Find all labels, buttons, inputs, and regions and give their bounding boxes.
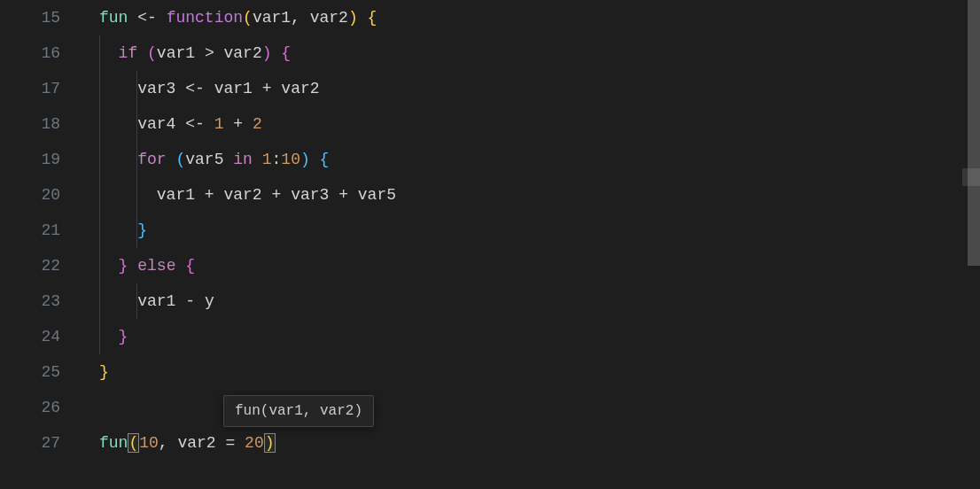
identifier: var4 xyxy=(137,115,175,133)
brace-close: } xyxy=(99,363,109,381)
paren-close: ) xyxy=(264,433,276,453)
paren-open: ( xyxy=(128,433,139,453)
comma: , xyxy=(159,434,168,452)
brace-open: { xyxy=(281,44,291,62)
brace-close: } xyxy=(137,221,147,239)
paren-close: ) xyxy=(262,44,272,62)
viewport-indicator[interactable] xyxy=(962,168,980,186)
code-line[interactable]: var1 - y xyxy=(99,283,980,319)
operator-assign: <- xyxy=(185,115,205,133)
line-number: 17 xyxy=(0,71,60,106)
code-line[interactable]: if (var1 > var2) { xyxy=(99,35,980,71)
keyword-for: for xyxy=(137,151,166,168)
operator-plus: + xyxy=(272,186,282,204)
number-literal: 10 xyxy=(139,434,159,452)
code-line[interactable]: var1 + var2 + var3 + var5 xyxy=(99,177,980,213)
identifier: var3 xyxy=(291,186,329,204)
scrollbar-thumb[interactable] xyxy=(968,0,980,266)
brace-open: { xyxy=(185,257,195,275)
number-literal: 2 xyxy=(253,115,262,133)
operator-gt: > xyxy=(205,44,214,62)
identifier: var2 xyxy=(223,186,261,204)
function-call: fun xyxy=(99,434,128,452)
identifier: var1 xyxy=(214,80,253,97)
operator-plus: + xyxy=(338,186,348,204)
code-line[interactable]: var4 <- 1 + 2 xyxy=(99,106,980,142)
paren-open: ( xyxy=(175,151,185,168)
identifier: var5 xyxy=(185,151,223,168)
code-area[interactable]: fun <- function(var1, var2) { if (var1 >… xyxy=(82,0,980,489)
parameter: var1 xyxy=(253,9,291,27)
operator-eq: = xyxy=(225,434,235,452)
line-number-gutter: 15 16 17 18 19 20 21 22 23 24 25 26 27 xyxy=(0,0,82,489)
operator-assign: <- xyxy=(137,9,157,27)
paren-close: ) xyxy=(348,9,358,27)
number-literal: 20 xyxy=(245,434,264,452)
line-number: 19 xyxy=(0,142,60,177)
identifier: var5 xyxy=(358,186,396,204)
code-line[interactable]: var3 <- var1 + var2 xyxy=(99,71,980,106)
comma: , xyxy=(291,9,300,27)
paren-close: ) xyxy=(300,151,310,168)
brace-close: } xyxy=(119,328,128,345)
number-literal: 1 xyxy=(214,115,224,133)
code-line[interactable]: fun(10, var2 = 20) xyxy=(99,425,980,461)
keyword-if: if xyxy=(119,44,138,62)
identifier: var2 xyxy=(224,44,262,62)
named-argument: var2 xyxy=(177,434,215,452)
number-literal: 10 xyxy=(281,151,300,168)
line-number: 22 xyxy=(0,248,60,283)
operator-assign: <- xyxy=(185,80,205,97)
keyword-in: in xyxy=(233,151,253,168)
brace-open: { xyxy=(320,151,330,168)
signature-help-text: fun(var1, var2) xyxy=(235,403,362,419)
code-line[interactable]: } else { xyxy=(99,248,980,283)
identifier: fun xyxy=(99,9,128,27)
signature-help-popup: fun(var1, var2) xyxy=(223,395,374,427)
keyword-function: function xyxy=(167,9,243,27)
line-number: 23 xyxy=(0,283,60,319)
identifier: var1 xyxy=(157,44,195,62)
identifier: var1 xyxy=(137,292,175,310)
paren-open: ( xyxy=(147,44,157,62)
identifier: var3 xyxy=(137,80,175,97)
line-number: 26 xyxy=(0,390,60,425)
operator-plus: + xyxy=(233,115,243,133)
line-number: 25 xyxy=(0,354,60,390)
line-number: 27 xyxy=(0,425,60,461)
paren-open: ( xyxy=(243,9,253,27)
line-number: 21 xyxy=(0,213,60,248)
line-number: 15 xyxy=(0,0,60,35)
identifier: var1 xyxy=(157,186,195,204)
identifier: y xyxy=(205,292,214,310)
brace-open: { xyxy=(368,9,377,27)
operator-plus: + xyxy=(262,80,272,97)
line-number: 20 xyxy=(0,177,60,213)
code-line[interactable]: } xyxy=(99,213,980,248)
code-line[interactable]: fun <- function(var1, var2) { xyxy=(99,0,980,35)
identifier: var2 xyxy=(281,80,319,97)
line-number: 24 xyxy=(0,319,60,354)
brace-close: } xyxy=(119,257,128,275)
code-line[interactable]: } xyxy=(99,354,980,390)
operator-minus: - xyxy=(185,292,195,310)
code-editor[interactable]: 15 16 17 18 19 20 21 22 23 24 25 26 27 f… xyxy=(0,0,980,489)
code-line[interactable]: } xyxy=(99,319,980,354)
parameter: var2 xyxy=(310,9,348,27)
code-line[interactable]: for (var5 in 1:10) { xyxy=(99,142,980,177)
operator-plus: + xyxy=(205,186,214,204)
vertical-scrollbar[interactable] xyxy=(968,0,980,489)
line-number: 18 xyxy=(0,106,60,142)
number-literal: 1 xyxy=(262,151,272,168)
keyword-else: else xyxy=(137,257,175,275)
line-number: 16 xyxy=(0,35,60,71)
operator-colon: : xyxy=(272,151,282,168)
